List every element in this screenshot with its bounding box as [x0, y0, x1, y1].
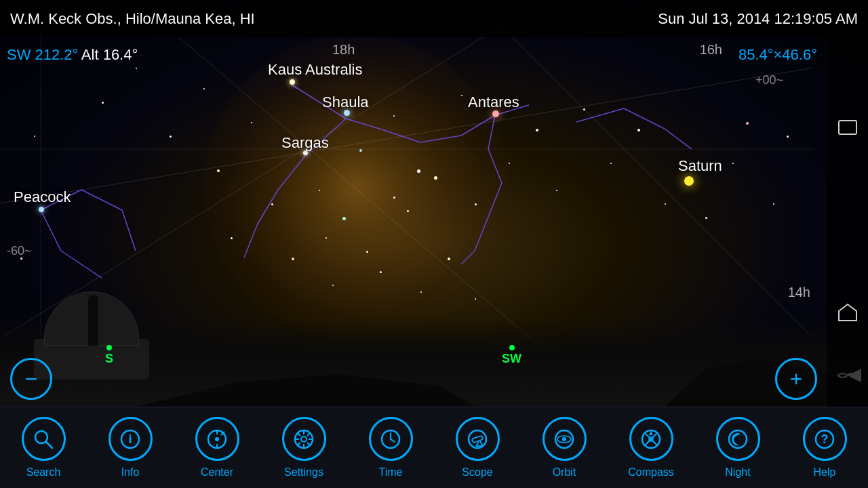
label-antares: Antares — [468, 94, 519, 111]
zoom-out-button[interactable]: − — [10, 358, 52, 400]
info-label: Info — [121, 466, 140, 479]
azimuth-overlay: SW 212.2° Alt 16.4° — [7, 46, 138, 64]
compass-dot-s — [106, 345, 112, 350]
svg-line-31 — [46, 442, 52, 448]
label-shaula: Shaula — [322, 94, 369, 111]
bg-star — [251, 122, 252, 123]
control-strip: Search i Info Center — [0, 407, 868, 488]
home-button[interactable] — [837, 303, 858, 325]
bg-star — [610, 163, 612, 164]
ra-value: 85.4°×46.6° — [738, 46, 817, 63]
bg-star — [407, 210, 409, 212]
label-sargas: Sargas — [281, 134, 329, 152]
time-icon-circle — [369, 417, 413, 461]
bg-star — [509, 163, 510, 164]
svg-marker-65 — [649, 431, 653, 435]
settings-button[interactable]: Settings — [265, 417, 343, 479]
bg-star — [393, 115, 395, 117]
zoom-out-icon: − — [25, 367, 38, 392]
compass-s-text: S — [105, 352, 113, 366]
svg-line-20 — [576, 108, 624, 122]
star-antares[interactable] — [492, 110, 499, 117]
star-saturn[interactable] — [684, 176, 694, 186]
compass-button[interactable]: Compass — [612, 417, 690, 479]
orbit-label: Orbit — [553, 466, 576, 479]
bg-star — [366, 251, 368, 253]
search-button[interactable]: Search — [5, 417, 83, 479]
star-kaus-australis[interactable] — [290, 79, 295, 85]
svg-line-52 — [391, 439, 395, 442]
bg-star — [170, 136, 172, 138]
bg-star — [434, 176, 437, 180]
dec-60-label: -60~ — [7, 244, 32, 258]
bg-star — [393, 197, 395, 199]
center-button[interactable]: Center — [178, 417, 256, 479]
settings-label: Settings — [284, 466, 323, 479]
bg-star — [732, 163, 734, 164]
bg-star — [217, 169, 220, 172]
help-label: Help — [814, 466, 836, 479]
scope-icon-circle — [456, 417, 500, 461]
hour-16h-label: 16h — [700, 42, 722, 58]
bg-star — [583, 108, 585, 110]
orbit-icon-circle — [542, 417, 587, 461]
dec-00-label: +00~ — [755, 73, 783, 87]
compass-label: Compass — [628, 466, 674, 479]
svg-line-16 — [81, 190, 122, 210]
radec-overlay: 85.4°×46.6° — [738, 46, 817, 64]
compass-south: S — [105, 345, 113, 366]
svg-rect-29 — [839, 121, 856, 134]
star-peacock[interactable] — [39, 207, 44, 212]
header-bar: W.M. Keck Obs., Hilo/Mauna Kea, HI Sun J… — [0, 0, 868, 37]
svg-text:i: i — [128, 432, 132, 446]
label-saturn: Saturn — [678, 157, 722, 175]
time-label: Time — [379, 466, 403, 479]
search-icon-circle — [22, 417, 66, 461]
bg-star — [319, 190, 320, 191]
svg-point-35 — [215, 437, 219, 441]
altitude-text: Alt 16.4° — [81, 46, 138, 63]
info-button[interactable]: i Info — [92, 417, 170, 479]
svg-line-46 — [298, 433, 301, 436]
compass-sw: SW — [502, 345, 521, 366]
svg-line-19 — [61, 251, 102, 278]
hour-18h-label: 18h — [332, 42, 355, 58]
svg-line-17 — [122, 210, 136, 251]
night-button[interactable]: Night — [699, 417, 777, 479]
svg-point-41 — [301, 436, 307, 442]
bg-star — [102, 102, 104, 104]
android-nav — [827, 37, 868, 407]
compass-dot-sw — [509, 345, 515, 350]
night-icon-circle — [716, 417, 760, 461]
center-label: Center — [201, 466, 233, 479]
header-location: W.M. Keck Obs., Hilo/Mauna Kea, HI — [10, 10, 255, 28]
recent-apps-button[interactable] — [837, 119, 858, 138]
bg-star — [326, 237, 327, 239]
bg-star — [136, 68, 137, 69]
orbit-button[interactable]: Orbit — [526, 417, 604, 479]
svg-point-53 — [469, 430, 486, 448]
svg-rect-54 — [471, 435, 483, 443]
svg-line-21 — [624, 108, 665, 129]
bg-star — [746, 122, 749, 125]
svg-line-55 — [480, 441, 483, 446]
help-button[interactable]: ? Help — [786, 417, 864, 479]
zoom-in-button[interactable]: + — [775, 358, 817, 400]
bg-star — [342, 217, 346, 220]
search-label: Search — [26, 466, 61, 479]
bg-star — [475, 298, 476, 300]
compass-icon-circle — [629, 417, 673, 461]
bg-star — [475, 203, 477, 205]
bg-star — [556, 190, 557, 191]
bg-star — [380, 271, 382, 273]
scope-button[interactable]: Scope — [439, 417, 517, 479]
bg-star — [271, 203, 273, 205]
help-icon-circle: ? — [803, 417, 847, 461]
bg-star — [536, 129, 538, 131]
bg-star — [332, 285, 334, 286]
bg-star — [637, 129, 640, 131]
bg-star — [203, 88, 205, 89]
time-button[interactable]: Time — [352, 417, 430, 479]
bg-star — [705, 217, 707, 219]
settings-icon-circle — [282, 417, 326, 461]
